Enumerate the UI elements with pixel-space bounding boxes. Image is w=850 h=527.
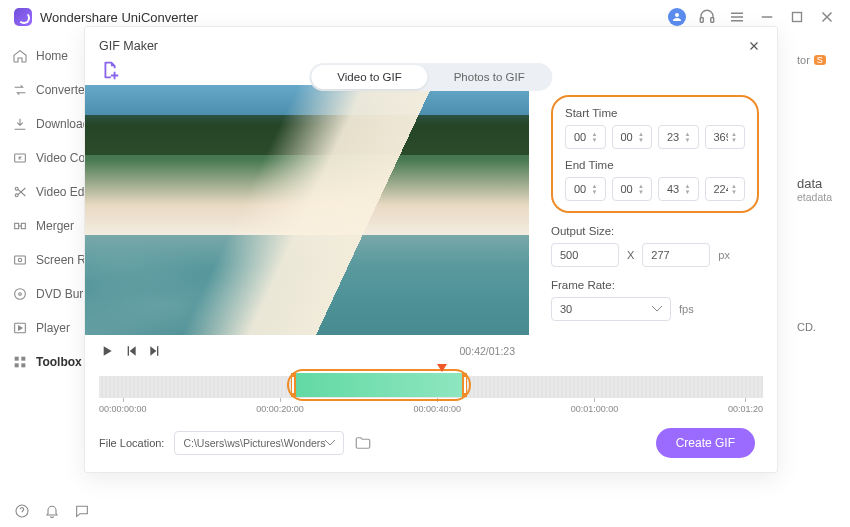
- svg-rect-6: [15, 223, 19, 228]
- end-time-label: End Time: [565, 159, 745, 171]
- sidebar-item-merger[interactable]: Merger: [0, 210, 84, 242]
- account-icon[interactable]: [668, 8, 686, 26]
- sidebar-item-downloader[interactable]: Downloader: [0, 108, 84, 140]
- panel-footer: File Location: C:\Users\ws\Pictures\Wond…: [85, 414, 777, 472]
- bell-icon[interactable]: [44, 503, 60, 519]
- sidebar-item-label: Video Compressor: [36, 151, 84, 165]
- video-column: 00:42/01:23: [85, 85, 529, 367]
- help-icon[interactable]: [14, 503, 30, 519]
- menu-icon[interactable]: [728, 8, 746, 26]
- prev-frame-button[interactable]: [123, 343, 139, 359]
- grid-icon: [12, 354, 28, 370]
- merge-icon: [12, 218, 28, 234]
- scissors-icon: [12, 184, 28, 200]
- disc-icon: [12, 286, 28, 302]
- sidebar-item-label: Toolbox: [36, 355, 82, 369]
- svg-point-9: [18, 258, 21, 261]
- panel-header: GIF Maker: [85, 27, 777, 59]
- sidebar-item-toolbox[interactable]: Toolbox: [0, 346, 84, 378]
- sidebar-item-label: Screen Recorder: [36, 253, 84, 267]
- add-media-button[interactable]: [99, 59, 121, 81]
- tick-label: 00:00:00:00: [99, 404, 147, 414]
- close-window-button[interactable]: [818, 8, 836, 26]
- timeline-selection[interactable]: [291, 373, 467, 397]
- svg-rect-1: [711, 18, 714, 23]
- sidebar-item-recorder[interactable]: Screen Recorder: [0, 244, 84, 276]
- minimize-button[interactable]: [758, 8, 776, 26]
- frame-rate-unit: fps: [679, 303, 694, 315]
- time-display: 00:42/01:23: [460, 345, 515, 357]
- create-gif-button[interactable]: Create GIF: [656, 428, 755, 458]
- app-window: Wondershare UniConverter: [0, 0, 850, 527]
- sidebar-item-editor[interactable]: Video Editor: [0, 176, 84, 208]
- titlebar-actions: [668, 8, 836, 26]
- sidebar-item-label: Merger: [36, 219, 74, 233]
- svg-rect-2: [793, 13, 802, 22]
- playhead-icon[interactable]: [437, 364, 447, 372]
- home-icon: [12, 48, 28, 64]
- headset-icon[interactable]: [698, 8, 716, 26]
- file-location-select[interactable]: C:\Users\ws\Pictures\Wonders: [174, 431, 344, 455]
- sidebar-item-dvd[interactable]: DVD Burner: [0, 278, 84, 310]
- output-x-label: X: [627, 249, 634, 261]
- panel-body: 00:42/01:23 Start Time ▲▼ ▲▼ ▲▼ ▲▼: [85, 85, 777, 367]
- mode-video-to-gif[interactable]: Video to GIF: [311, 65, 427, 89]
- sidebar-item-label: Converter: [36, 83, 84, 97]
- compress-icon: [12, 150, 28, 166]
- download-icon: [12, 116, 28, 132]
- mode-photos-to-gif[interactable]: Photos to GIF: [428, 65, 551, 89]
- timeline-ticks: 00:00:00:00 00:00:20:00 00:00:40:00 00:0…: [99, 404, 763, 414]
- svg-rect-16: [21, 363, 25, 367]
- file-location-label: File Location:: [99, 437, 164, 449]
- panel-title: GIF Maker: [99, 39, 158, 53]
- sidebar-item-converter[interactable]: Converter: [0, 74, 84, 106]
- output-width[interactable]: [551, 243, 619, 267]
- svg-rect-14: [21, 357, 25, 361]
- frame-rate-label: Frame Rate:: [551, 279, 759, 291]
- sidebar-item-label: Player: [36, 321, 70, 335]
- video-preview[interactable]: [85, 85, 529, 335]
- start-time-row: ▲▼ ▲▼ ▲▼ ▲▼: [565, 125, 745, 149]
- close-panel-button[interactable]: [745, 37, 763, 55]
- time-range-box: Start Time ▲▼ ▲▼ ▲▼ ▲▼ End Time ▲▼ ▲▼: [551, 95, 759, 213]
- end-time-row: ▲▼ ▲▼ ▲▼ ▲▼: [565, 177, 745, 201]
- app-title: Wondershare UniConverter: [40, 10, 660, 25]
- timeline: 00:00:00:00 00:00:20:00 00:00:40:00 00:0…: [85, 367, 777, 414]
- convert-icon: [12, 82, 28, 98]
- sidebar-item-label: Downloader: [36, 117, 84, 131]
- output-size-row: X px: [551, 243, 759, 267]
- svg-rect-7: [21, 223, 25, 228]
- sidebar-item-player[interactable]: Player: [0, 312, 84, 344]
- mode-toggle: Video to GIF Photos to GIF: [309, 63, 552, 91]
- output-unit: px: [718, 249, 730, 261]
- main-area: Home Converter Downloader Video Compress…: [0, 34, 850, 495]
- sidebar: Home Converter Downloader Video Compress…: [0, 34, 84, 495]
- sidebar-item-label: DVD Burner: [36, 287, 84, 301]
- svg-rect-13: [15, 357, 19, 361]
- next-frame-button[interactable]: [147, 343, 163, 359]
- content-area: GIF Maker Video to GIF Photos to GIF: [84, 34, 850, 495]
- playback-controls: 00:42/01:23: [85, 335, 529, 367]
- start-time-label: Start Time: [565, 107, 745, 119]
- svg-point-10: [15, 289, 26, 300]
- svg-rect-15: [15, 363, 19, 367]
- output-size-label: Output Size:: [551, 225, 759, 237]
- timeline-selection-highlight: [287, 369, 471, 401]
- play-icon: [12, 320, 28, 336]
- play-button[interactable]: [99, 343, 115, 359]
- sidebar-item-label: Home: [36, 49, 68, 63]
- tick-label: 00:00:40:00: [413, 404, 461, 414]
- gif-maker-panel: GIF Maker Video to GIF Photos to GIF: [84, 26, 778, 473]
- sidebar-item-compressor[interactable]: Video Compressor: [0, 142, 84, 174]
- feedback-icon[interactable]: [74, 503, 90, 519]
- frame-rate-select[interactable]: 30: [551, 297, 671, 321]
- open-folder-button[interactable]: [354, 434, 372, 452]
- app-logo-icon: [14, 8, 32, 26]
- sidebar-item-home[interactable]: Home: [0, 40, 84, 72]
- svg-point-11: [19, 293, 22, 296]
- tick-label: 00:00:20:00: [256, 404, 304, 414]
- maximize-button[interactable]: [788, 8, 806, 26]
- svg-rect-8: [15, 256, 26, 264]
- tick-label: 00:01:00:00: [571, 404, 619, 414]
- output-height[interactable]: [642, 243, 710, 267]
